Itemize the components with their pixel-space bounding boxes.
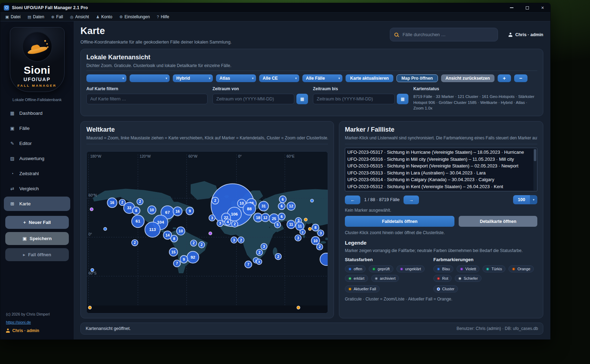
open-detail-map-button[interactable]: Detailkarte öffnen (459, 216, 537, 227)
map-cluster[interactable]: 3 (209, 215, 215, 221)
map-cluster[interactable]: 8 (132, 207, 140, 214)
map-cluster[interactable]: 61 (132, 215, 144, 227)
map-cluster[interactable]: 10 (177, 227, 185, 235)
menu-fall[interactable]: ⊕Fall (48, 13, 67, 21)
case-marker-dot[interactable] (90, 208, 93, 211)
sidebar-item-karte[interactable]: ⊞Karte (4, 197, 70, 211)
select-ce-filter[interactable]: Alle CE▾ (259, 74, 299, 82)
zoom-out-button[interactable]: − (514, 74, 527, 82)
neuer-fall-button[interactable]: +Neuer Fall (5, 216, 69, 229)
map-cluster[interactable]: 9 (180, 256, 188, 263)
map-cluster[interactable]: 6 (278, 213, 285, 220)
case-marker-dot[interactable] (88, 306, 91, 309)
menu-daten[interactable]: ▤Daten (24, 13, 47, 21)
case-list-item[interactable]: UFO-2023-05316 · Sichtung in Mill city (… (347, 156, 532, 163)
map-cluster[interactable]: 15 (169, 248, 178, 256)
map-cluster[interactable]: 3 (317, 230, 324, 236)
select-karten-thema[interactable]: Atlas▾ (216, 74, 256, 82)
speichern-button[interactable]: ▣Speichern (5, 232, 69, 245)
scrollbar-thumb[interactable] (534, 149, 536, 161)
zoom-in-button[interactable]: + (498, 74, 511, 82)
sidebar-item-dashboard[interactable]: ▦Dashboard (4, 106, 70, 120)
map-cluster[interactable]: 5 (274, 222, 281, 228)
sidebar-item-zeitstrahl[interactable]: ◔Zeitstrahl (4, 166, 70, 181)
map-cluster[interactable]: 31 (259, 201, 269, 211)
pager-prev-button[interactable]: ← (345, 196, 360, 204)
select-fall-filter[interactable]: Alle Fälle▾ (302, 74, 342, 82)
case-list-item[interactable]: UFO-2023-05314 · Sichtung in Calgary (Ka… (347, 176, 532, 183)
case-list-item[interactable]: UFO-2023-05312 · Sichtung in Kent (Verei… (347, 183, 532, 190)
page-size-select[interactable]: 100 ▾ (513, 195, 537, 204)
map-cluster[interactable]: 6 (278, 203, 285, 210)
map-cluster[interactable]: 92 (187, 251, 199, 263)
world-map[interactable]: 180°W120°W60°W0°60°E60°N0°60°S 162233810… (87, 152, 328, 313)
reset-view-button[interactable]: Ansicht zurücksetzen (441, 74, 494, 82)
map-cluster[interactable]: 2 (212, 197, 219, 204)
map-cluster[interactable]: 6 (279, 196, 286, 203)
close-button[interactable]: × (535, 3, 550, 12)
case-list-item[interactable]: UFO-2023-05317 · Sichtung in Hurricane (… (347, 149, 532, 156)
case-marker-dot[interactable] (297, 306, 300, 309)
case-list[interactable]: UFO-2023-05317 · Sichtung in Hurricane (… (345, 148, 537, 191)
map-cluster[interactable]: 3 (295, 235, 301, 241)
map-cluster[interactable]: 4 (225, 219, 231, 225)
case-list-item[interactable]: UFO-2023-05313 · Sichtung in Lara (Austr… (347, 170, 532, 177)
map-cluster[interactable]: 10 (311, 237, 320, 245)
map-cluster[interactable]: 10 (148, 206, 156, 214)
map-pro-button[interactable]: Map Pro öffnen (396, 74, 438, 82)
select-ansicht-modus[interactable]: Hybrid▾ (173, 74, 213, 82)
open-case-details-button[interactable]: Falldetails öffnen (345, 216, 454, 227)
menu-ansicht[interactable]: ◎Ansicht (66, 13, 92, 21)
map-cluster[interactable]: 2 (275, 253, 281, 260)
date-to-calendar-button[interactable]: ▦ (397, 94, 408, 104)
case-marker-dot[interactable] (104, 227, 107, 231)
map-filter-input[interactable] (86, 94, 208, 104)
case-marker-dot[interactable] (91, 269, 94, 272)
map-cluster[interactable]: 88 (243, 203, 256, 215)
map-cluster[interactable]: 2 (132, 240, 138, 246)
map-cluster[interactable]: 12 (261, 213, 270, 222)
header-user-chip[interactable]: Chris · admin (509, 32, 543, 37)
map-cluster[interactable]: 2 (256, 249, 263, 256)
map-cluster[interactable]: 2 (316, 244, 323, 250)
select-karten-ebene[interactable]: ▾ (130, 74, 170, 82)
map-cluster[interactable]: 16 (107, 198, 117, 208)
date-to-input[interactable] (313, 94, 395, 104)
map-cluster[interactable]: 2 (137, 199, 143, 205)
map-cluster[interactable]: 2 (238, 237, 244, 243)
menu-hilfe[interactable]: ?Hilfe (153, 13, 173, 21)
world-map-canvas[interactable]: 180°W120°W60°W0°60°E60°N0°60°S 162233810… (86, 151, 328, 313)
date-from-calendar-button[interactable]: ▦ (296, 94, 308, 104)
map-cluster[interactable]: 113 (145, 222, 160, 237)
map-cluster[interactable]: 8 (171, 235, 178, 242)
case-marker-dot[interactable] (310, 199, 314, 202)
case-list-scrollbar[interactable] (533, 148, 537, 191)
refresh-map-button[interactable]: Karte aktualisieren (346, 74, 393, 82)
sidebar-item-faelle[interactable]: ▣Fälle (4, 121, 70, 135)
map-cluster[interactable]: 12 (287, 202, 295, 211)
map-cluster[interactable]: 9 (186, 207, 194, 215)
map-cluster[interactable]: 11 (287, 220, 295, 229)
menu-einstellungen[interactable]: ⚙Einstellungen (116, 13, 153, 21)
sidebar-item-vergleich[interactable]: ⇄Vergleich (4, 181, 70, 196)
sidebar-item-editor[interactable]: ✎Editor (4, 136, 70, 151)
pager-next-button[interactable]: → (404, 196, 419, 204)
sidebar-item-auswertung[interactable]: ▨Auswertung (4, 151, 70, 166)
map-cluster[interactable]: 2 (300, 229, 306, 235)
search-input[interactable] (402, 32, 493, 38)
select-karten-projektion[interactable]: ▾ (86, 74, 126, 82)
website-link[interactable]: https://sioni.de (6, 320, 68, 324)
case-list-item[interactable]: UFO-2023-05315 · Sichtung in Newport (Ve… (347, 163, 532, 170)
maximize-button[interactable] (519, 3, 535, 12)
map-cluster[interactable]: 7 (245, 261, 252, 268)
menu-konto[interactable]: ♟Konto (92, 13, 116, 21)
search-box[interactable] (390, 28, 498, 41)
minimize-button[interactable] (504, 3, 519, 12)
map-cluster[interactable]: 3 (256, 259, 262, 265)
map-cluster[interactable]: 2 (190, 240, 197, 246)
map-cluster[interactable]: 7 (173, 260, 181, 267)
map-cluster[interactable]: 8 (312, 224, 319, 231)
case-marker-dot[interactable] (304, 218, 307, 221)
menu-datei[interactable]: ▣Datei (2, 13, 24, 21)
map-cluster[interactable]: 3 (261, 243, 267, 250)
